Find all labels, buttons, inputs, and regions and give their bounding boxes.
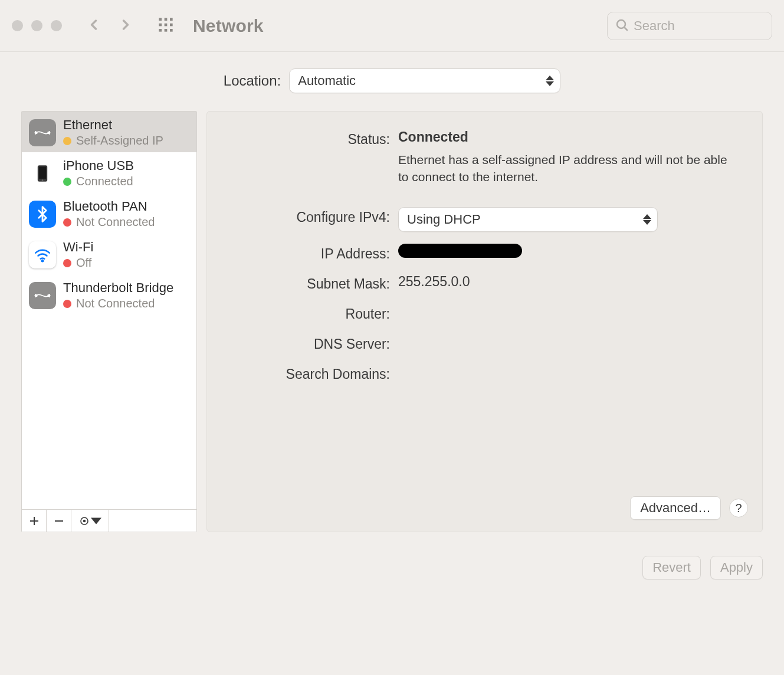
svg-marker-12 [546,81,554,86]
service-name: Ethernet [63,117,163,133]
svg-point-25 [83,520,85,522]
subnet-mask-label: Subnet Mask: [231,274,390,292]
footer-spacer [109,510,196,532]
svg-rect-3 [159,23,162,26]
service-name: Bluetooth PAN [63,199,155,214]
svg-rect-4 [165,23,168,26]
status-dot [63,178,71,186]
status-dot [63,300,71,308]
configure-ipv4-value: Using DHCP [407,212,481,227]
updown-icon [546,76,554,86]
iphone-icon [29,160,56,187]
search-field[interactable] [607,12,772,40]
svg-point-17 [42,179,44,181]
status-dot [63,137,71,145]
svg-rect-8 [170,29,173,32]
location-value: Automatic [298,73,356,89]
svg-rect-16 [39,166,46,178]
router-label: Router: [231,304,390,322]
service-list: Ethernet Self-Assigned IP iPhone USB Con… [22,112,196,509]
svg-marker-27 [643,214,651,219]
nav-arrows [86,17,134,35]
svg-line-10 [624,27,627,30]
service-name: iPhone USB [63,158,134,173]
status-text: Connected [76,175,133,188]
configure-ipv4-select[interactable]: Using DHCP [398,207,658,232]
advanced-button[interactable]: Advanced… [630,496,721,520]
content: Ethernet Self-Assigned IP iPhone USB Con… [0,107,784,532]
dns-server-label: DNS Server: [231,334,390,352]
service-item-wifi[interactable]: Wi-Fi Off [22,234,196,274]
service-actions-button[interactable] [71,510,109,532]
svg-marker-28 [643,220,651,225]
detail-panel: Status: Connected Ethernet has a self-as… [206,111,763,532]
search-icon [615,18,629,34]
service-item-thunderbolt-bridge[interactable]: Thunderbolt Bridge Not Connected [22,274,196,315]
search-domains-label: Search Domains: [231,364,390,382]
location-label: Location: [224,73,281,89]
svg-point-18 [42,260,44,261]
svg-rect-1 [165,18,168,21]
subnet-mask-value: 255.255.0.0 [398,274,739,290]
svg-rect-5 [170,23,173,26]
search-input[interactable] [634,18,765,34]
bluetooth-icon [29,201,56,228]
add-service-button[interactable] [22,510,47,532]
status-text: Self-Assigned IP [76,134,163,148]
status-dot [63,259,71,267]
sidebar-footer [22,509,196,532]
forward-button[interactable] [117,17,134,35]
traffic-lights [12,20,62,31]
service-name: Thunderbolt Bridge [63,280,173,296]
service-item-bluetooth-pan[interactable]: Bluetooth PAN Not Connected [22,193,196,234]
svg-rect-6 [159,29,162,32]
zoom-window-button[interactable] [51,20,62,31]
location-row: Location: Automatic [0,52,784,107]
svg-rect-2 [170,18,173,21]
thunderbolt-bridge-icon [29,282,56,309]
status-label: Status: [231,129,390,148]
location-select[interactable]: Automatic [289,68,560,93]
svg-rect-0 [159,18,162,21]
bottom-buttons: Revert Apply [0,532,784,579]
page-title: Network [193,16,264,36]
wifi-icon [29,241,56,268]
svg-marker-11 [546,76,554,80]
apply-button[interactable]: Apply [710,556,763,579]
remove-service-button[interactable] [47,510,71,532]
updown-icon [643,214,651,225]
ethernet-icon [29,119,56,146]
service-sidebar: Ethernet Self-Assigned IP iPhone USB Con… [21,111,197,532]
status-dot [63,218,71,227]
close-window-button[interactable] [12,20,23,31]
minimize-window-button[interactable] [31,20,42,31]
help-button[interactable]: ? [729,499,748,517]
svg-marker-26 [91,517,101,524]
revert-button[interactable]: Revert [642,556,701,579]
service-item-iphone-usb[interactable]: iPhone USB Connected [22,152,196,193]
status-text: Not Connected [76,215,155,229]
titlebar: Network [0,0,784,52]
service-item-ethernet[interactable]: Ethernet Self-Assigned IP [22,112,196,152]
service-name: Wi-Fi [63,240,93,255]
status-value: Connected [398,129,739,145]
status-text: Off [76,256,91,270]
show-all-icon[interactable] [158,17,174,35]
svg-rect-7 [165,29,168,32]
back-button[interactable] [86,17,102,35]
ip-address-label: IP Address: [231,244,390,262]
status-text: Not Connected [76,297,155,310]
status-description: Ethernet has a self-assigned IP address … [398,151,739,186]
configure-ipv4-label: Configure IPv4: [231,207,390,225]
ip-address-redacted [398,244,522,258]
